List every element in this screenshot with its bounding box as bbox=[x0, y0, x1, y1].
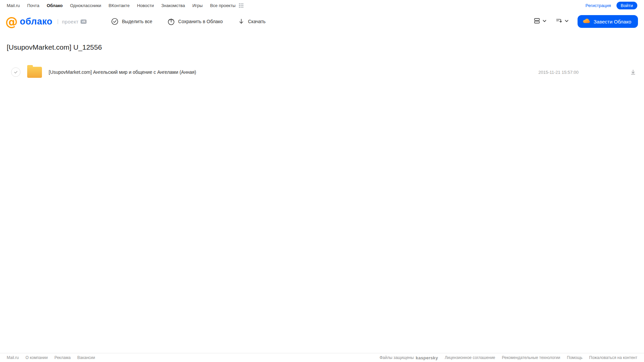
topnav-vkontakte[interactable]: ВКонтакте bbox=[109, 3, 130, 8]
main-content: [UsupovMarket.com] U_12556 [UsupovMarket… bbox=[0, 43, 644, 80]
footer-right-links: Файлы защищены kaspersky Лицензионное со… bbox=[380, 355, 637, 360]
registration-link[interactable]: Регистрация bbox=[586, 3, 611, 8]
grid-dots-icon[interactable] bbox=[239, 3, 243, 8]
select-all-label: Выделить все bbox=[122, 19, 152, 24]
download-button[interactable]: Скачать bbox=[238, 18, 266, 25]
topnav-games[interactable]: Игры bbox=[192, 3, 203, 8]
topnav-news[interactable]: Новости bbox=[137, 3, 154, 8]
check-circle-icon bbox=[111, 17, 119, 25]
mailru-at-icon: @ bbox=[5, 15, 18, 28]
footer-link-ads[interactable]: Реклама bbox=[54, 355, 70, 360]
save-to-cloud-label: Сохранить в Облако bbox=[178, 19, 223, 24]
file-date: 2015-11-21 15:57:00 bbox=[538, 70, 579, 75]
cloud-toolbar: @ облако | проект vk Выделить все bbox=[0, 11, 644, 32]
footer-link-mailru[interactable]: Mail.ru bbox=[7, 355, 19, 360]
cloud-upload-icon bbox=[167, 17, 175, 25]
vk-badge-icon: vk bbox=[81, 19, 87, 24]
topnav-all-projects[interactable]: Все проекты bbox=[210, 3, 236, 8]
get-cloud-label: Завести Облако bbox=[594, 19, 631, 24]
view-mode-selector[interactable] bbox=[533, 17, 547, 26]
topnav-odnoklassniki[interactable]: Одноклассники bbox=[70, 3, 101, 8]
footer-link-jobs[interactable]: Вакансии bbox=[77, 355, 95, 360]
portal-nav: Mail.ru Почта Облако Одноклассники ВКонт… bbox=[7, 3, 243, 8]
kaspersky-protection: Файлы защищены kaspersky bbox=[380, 355, 438, 360]
page-footer: Mail.ru О компании Реклама Вакансии Файл… bbox=[0, 353, 644, 362]
footer-left-links: Mail.ru О компании Реклама Вакансии bbox=[7, 355, 95, 360]
select-all-button[interactable]: Выделить все bbox=[111, 17, 152, 25]
file-name-link[interactable]: [UsupovMarket.com] Ангельский мир и обще… bbox=[49, 69, 196, 75]
project-label: проект bbox=[62, 19, 79, 24]
download-icon[interactable] bbox=[630, 69, 637, 76]
portal-topbar: Mail.ru Почта Облако Одноклассники ВКонт… bbox=[0, 0, 644, 11]
footer-link-license[interactable]: Лицензионное соглашение bbox=[445, 355, 495, 360]
protected-label: Файлы защищены bbox=[380, 355, 414, 360]
file-checkbox[interactable] bbox=[11, 67, 20, 77]
kaspersky-logo[interactable]: kaspersky bbox=[416, 355, 438, 360]
footer-link-recommendations[interactable]: Рекомендательные технологии bbox=[502, 355, 560, 360]
check-icon bbox=[13, 70, 18, 74]
list-view-icon bbox=[533, 17, 541, 26]
page-title: [UsupovMarket.com] U_12556 bbox=[7, 43, 636, 51]
save-to-cloud-button[interactable]: Сохранить в Облако bbox=[167, 17, 223, 25]
logo-divider: | bbox=[57, 18, 58, 24]
cloud-icon bbox=[582, 17, 591, 26]
footer-link-report[interactable]: Пожаловаться на контент bbox=[589, 355, 637, 360]
topnav-cloud[interactable]: Облако bbox=[47, 3, 63, 8]
cloud-logo-text: облако bbox=[20, 16, 52, 27]
topnav-dating[interactable]: Знакомства bbox=[161, 3, 185, 8]
cloud-mailru-public-folder-page: Mail.ru Почта Облако Одноклассники ВКонт… bbox=[0, 0, 644, 362]
get-cloud-button[interactable]: Завести Облако bbox=[578, 15, 638, 28]
chevron-down-icon bbox=[542, 18, 547, 24]
folder-icon bbox=[27, 67, 42, 78]
file-row[interactable]: [UsupovMarket.com] Ангельский мир и обще… bbox=[0, 64, 644, 80]
download-label: Скачать bbox=[248, 19, 266, 24]
topnav-mailru[interactable]: Mail.ru bbox=[7, 3, 20, 8]
sort-icon bbox=[555, 17, 563, 26]
toolbar-actions: Выделить все Сохранить в Облако bbox=[111, 17, 265, 25]
cloud-logo[interactable]: @ облако | проект vk bbox=[5, 15, 87, 28]
sort-selector[interactable] bbox=[555, 17, 569, 26]
auth-area: Регистрация Войти bbox=[586, 2, 637, 9]
arrow-down-icon bbox=[238, 18, 245, 25]
footer-link-help[interactable]: Помощь bbox=[567, 355, 582, 360]
topnav-mail[interactable]: Почта bbox=[27, 3, 39, 8]
login-button[interactable]: Войти bbox=[616, 2, 637, 9]
footer-link-about[interactable]: О компании bbox=[26, 355, 48, 360]
toolbar-right: Завести Облако bbox=[533, 15, 638, 28]
chevron-down-icon bbox=[564, 18, 569, 24]
